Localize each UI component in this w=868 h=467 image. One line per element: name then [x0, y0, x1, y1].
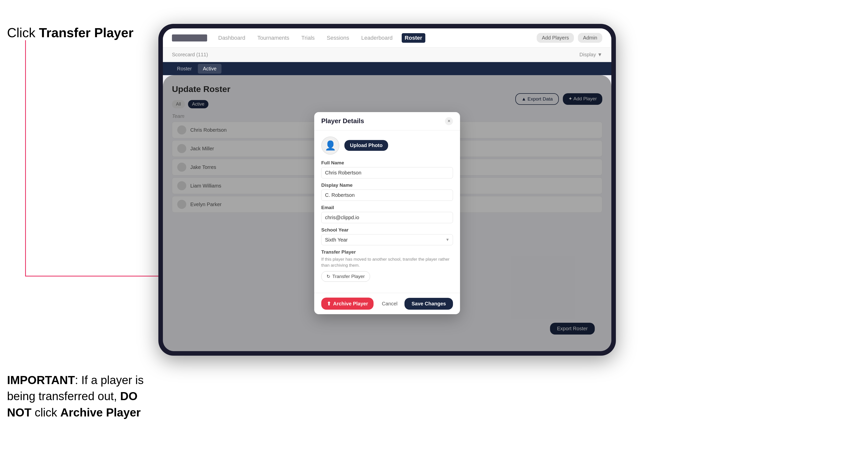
school-year-label: School Year [321, 227, 453, 233]
school-year-group: School Year First Year Second Year Third… [321, 227, 453, 245]
full-name-label: Full Name [321, 160, 453, 166]
transfer-button-label: Transfer Player [332, 274, 365, 279]
breadcrumb: Scorecard (111) [172, 52, 208, 58]
modal-footer: ⬆ Archive Player Cancel Save Changes [314, 293, 460, 314]
email-label: Email [321, 205, 453, 210]
person-icon: 👤 [325, 140, 336, 151]
school-year-wrapper: First Year Second Year Third Year Fourth… [321, 234, 453, 245]
main-content: Update Roster All Active Team Chris Robe… [163, 75, 611, 351]
email-group: Email [321, 205, 453, 223]
archive-icon: ⬆ [327, 301, 331, 307]
tab-bar: Roster Active [163, 62, 611, 75]
display-name-label: Display Name [321, 183, 453, 188]
app-subheader: Scorecard (111) Display ▼ [163, 48, 611, 62]
archive-player-button[interactable]: ⬆ Archive Player [321, 298, 374, 310]
display-toggle[interactable]: Display ▼ [580, 52, 602, 58]
nav-sessions[interactable]: Sessions [324, 33, 352, 43]
app-logo [172, 34, 207, 41]
modal-close-button[interactable]: × [445, 117, 453, 125]
transfer-section-description: If this player has moved to another scho… [321, 256, 453, 269]
tab-active[interactable]: Active [198, 64, 221, 74]
avatar: 👤 [321, 136, 339, 155]
email-input[interactable] [321, 212, 453, 223]
modal-title: Player Details [321, 117, 364, 125]
school-year-select[interactable]: First Year Second Year Third Year Fourth… [321, 234, 453, 245]
app-nav: Dashboard Tournaments Trials Sessions Le… [215, 33, 529, 43]
transfer-player-section: Transfer Player If this player has moved… [321, 249, 453, 282]
nav-trials[interactable]: Trials [299, 33, 318, 43]
save-changes-button[interactable]: Save Changes [404, 298, 453, 310]
transfer-icon: ↻ [327, 274, 330, 279]
display-name-input[interactable] [321, 189, 453, 201]
transfer-section-title: Transfer Player [321, 249, 453, 255]
archive-label: Archive Player [333, 301, 368, 307]
nav-dashboard[interactable]: Dashboard [215, 33, 248, 43]
modal-header: Player Details × [314, 112, 460, 130]
header-right: Add Players Admin [537, 33, 602, 43]
full-name-group: Full Name [321, 160, 453, 179]
header-user: Admin [578, 33, 602, 43]
player-details-modal: Player Details × 👤 Upload Photo [314, 112, 460, 314]
upload-photo-button[interactable]: Upload Photo [344, 140, 388, 151]
app-header: Dashboard Tournaments Trials Sessions Le… [163, 28, 611, 48]
instruction-prefix: Click [7, 25, 39, 40]
nav-leaderboard[interactable]: Leaderboard [358, 33, 396, 43]
tablet-device: Dashboard Tournaments Trials Sessions Le… [158, 24, 616, 356]
instruction-bottom: IMPORTANT: If a player is being transfer… [7, 372, 148, 421]
instruction-bold: Transfer Player [39, 25, 133, 40]
nav-tournaments[interactable]: Tournaments [254, 33, 292, 43]
modal-overlay: Player Details × 👤 Upload Photo [163, 75, 611, 351]
instruction-top: Click Transfer Player [7, 25, 133, 40]
avatar-section: 👤 Upload Photo [321, 136, 453, 155]
tablet-screen: Dashboard Tournaments Trials Sessions Le… [163, 28, 611, 351]
modal-body: 👤 Upload Photo Full Name Display Name [314, 130, 460, 293]
tab-roster[interactable]: Roster [172, 64, 197, 74]
nav-roster[interactable]: Roster [402, 33, 425, 43]
important-label: IMPORTANT: If a player is being transfer… [7, 374, 144, 419]
cancel-button[interactable]: Cancel [378, 298, 401, 310]
arrow-vertical [25, 40, 26, 277]
display-name-group: Display Name [321, 183, 453, 201]
transfer-player-button[interactable]: ↻ Transfer Player [321, 271, 370, 282]
full-name-input[interactable] [321, 167, 453, 179]
header-add-players[interactable]: Add Players [537, 33, 574, 43]
